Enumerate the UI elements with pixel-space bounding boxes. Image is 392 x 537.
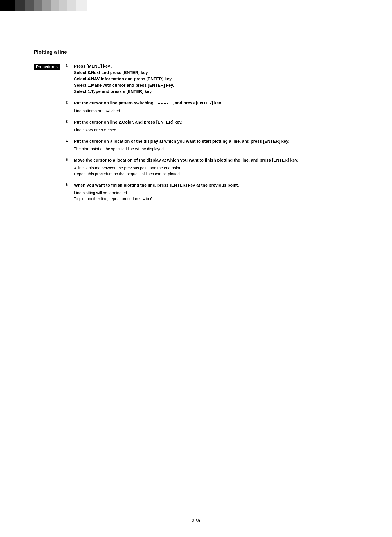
step-5-note: A line is plotted between the previous p…: [74, 165, 358, 177]
strip-block-4: [34, 0, 42, 11]
step-3: 3 Put the cursor on line 2.Color, and pr…: [66, 119, 358, 133]
step-1-header: 1 Press [MENU] key . Select 8.Next and p…: [66, 63, 358, 95]
corner-mark-bottom-right: [376, 521, 387, 532]
step-5: 5 Move the cursor to a location of the d…: [66, 157, 358, 177]
dashed-separator: [34, 42, 358, 42]
step-6-content: When you want to finish plotting the lin…: [74, 182, 358, 189]
page-number: 3-39: [192, 518, 200, 523]
step-2-main: Put the cursor on line pattern switching…: [74, 100, 358, 107]
strip-block-9: [76, 0, 87, 11]
step-2-number: 2: [66, 100, 71, 105]
step-4-main: Put the cursor on a location of the disp…: [74, 138, 358, 145]
step-4-number: 4: [66, 138, 71, 143]
step-3-header: 3 Put the cursor on line 2.Color, and pr…: [66, 119, 358, 126]
step-4-content: Put the cursor on a location of the disp…: [74, 138, 358, 145]
step-6-header: 6 When you want to finish plotting the l…: [66, 182, 358, 189]
strip-block-6: [51, 0, 59, 11]
step-5-header: 5 Move the cursor to a location of the d…: [66, 157, 358, 164]
step-1-sub1: Select 8.Next and press [ENTER] key.: [74, 70, 358, 76]
step-6-note: Line plotting will be terminated. To plo…: [74, 190, 358, 202]
step-5-content: Move the cursor to a location of the dis…: [74, 157, 358, 164]
strip-block-3: [25, 0, 34, 11]
crosshair-top: [193, 2, 199, 8]
step-4-header: 4 Put the cursor on a location of the di…: [66, 138, 358, 145]
strip-block-7: [59, 0, 67, 11]
strip-block-8: [67, 0, 76, 11]
step-4: 4 Put the cursor on a location of the di…: [66, 138, 358, 152]
steps-list: 1 Press [MENU] key . Select 8.Next and p…: [66, 63, 358, 207]
step-2-content: Put the cursor on line pattern switching…: [74, 100, 358, 107]
top-color-strip: [0, 0, 87, 11]
procedures-section: Procedures 1 Press [MENU] key . Select 8…: [34, 63, 358, 207]
step-1-sub3: Select 1.Make with cursor and press [ENT…: [74, 82, 358, 89]
step-1: 1 Press [MENU] key . Select 8.Next and p…: [66, 63, 358, 95]
step-1-content: Press [MENU] key . Select 8.Next and pre…: [74, 63, 358, 95]
step-6: 6 When you want to finish plotting the l…: [66, 182, 358, 202]
step-3-content: Put the cursor on line 2.Color, and pres…: [74, 119, 358, 126]
main-content: Plotting a line Procedures 1 Press [MENU…: [34, 49, 358, 207]
step-1-sub4: Select 1.Type and press s [ENTER] key.: [74, 88, 358, 95]
step-1-sub2: Select 4.NAV Information and press [ENTE…: [74, 76, 358, 82]
step-2-note: Line patterns are switched.: [74, 108, 358, 114]
crosshair-bottom: [193, 529, 199, 535]
crosshair-right: [384, 266, 390, 271]
step-6-main: When you want to finish plotting the lin…: [74, 182, 358, 189]
corner-mark-bottom-left: [5, 521, 16, 532]
step-6-number: 6: [66, 182, 71, 187]
line-pattern-box: -------: [156, 100, 170, 107]
step-2: 2 Put the cursor on line pattern switchi…: [66, 100, 358, 114]
page-title: Plotting a line: [34, 49, 358, 55]
step-1-number: 1: [66, 63, 71, 68]
crosshair-left: [2, 266, 8, 271]
step-4-note: The start point of the specified line wi…: [74, 146, 358, 152]
step-3-main: Put the cursor on line 2.Color, and pres…: [74, 119, 358, 126]
strip-block-5: [42, 0, 51, 11]
strip-block-2: [15, 0, 25, 11]
step-5-number: 5: [66, 157, 71, 162]
strip-block-1: [0, 0, 15, 11]
step-5-main: Move the cursor to a location of the dis…: [74, 157, 358, 164]
procedures-badge: Procedures: [34, 64, 60, 70]
step-2-header: 2 Put the cursor on line pattern switchi…: [66, 100, 358, 107]
step-3-number: 3: [66, 119, 71, 124]
step-1-main: Press [MENU] key .: [74, 63, 358, 70]
corner-mark-top-right: [376, 5, 387, 16]
step-3-note: Line colors are switched.: [74, 127, 358, 133]
